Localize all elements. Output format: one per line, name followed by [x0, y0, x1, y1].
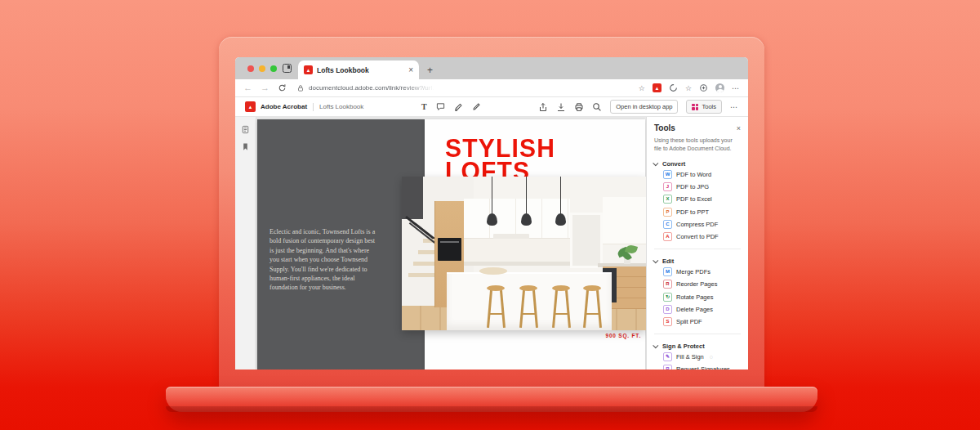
section-sign-protect[interactable]: Sign & Protect	[654, 341, 741, 351]
tool-item-reorder-pages[interactable]: RReorder Pages	[654, 278, 741, 290]
section-label: Edit	[662, 258, 674, 265]
browser-nav-bar: ← → documentcloud.adobe.com/link/review?…	[235, 79, 748, 97]
collections-icon[interactable]	[699, 83, 708, 92]
chevron-down-icon	[653, 343, 658, 348]
forward-icon[interactable]: →	[261, 83, 270, 92]
tools-button-label: Tools	[702, 103, 716, 110]
zoom-window-button[interactable]	[270, 65, 277, 72]
tools-grid-icon	[692, 104, 698, 110]
acrobat-more-icon[interactable]: ⋯	[730, 103, 738, 111]
browser-menu-icon[interactable]: ⋯	[732, 84, 740, 92]
divider	[313, 103, 314, 111]
open-desktop-button[interactable]: Open in desktop app	[610, 100, 678, 114]
document-title: Lofts Lookbook	[319, 103, 363, 110]
add-favorite-icon[interactable]: ☆	[639, 84, 645, 92]
divider	[654, 334, 741, 334]
tab-close-icon[interactable]: ×	[408, 65, 413, 74]
bar-stool	[583, 285, 601, 328]
close-icon[interactable]: ×	[737, 124, 741, 132]
lookbook-body-text: Eclectic and iconic, Townsend Lofts is a…	[270, 227, 379, 293]
reorder-pages-icon: R	[663, 280, 672, 289]
new-tab-button[interactable]: +	[427, 65, 433, 75]
extension-circle-icon[interactable]	[669, 83, 678, 92]
marketing-banner: ▲ Lofts Lookbook × + ← → documentcloud.a…	[0, 0, 980, 430]
counter-top	[459, 262, 573, 266]
favorites-bar-icon[interactable]: ☆	[685, 84, 692, 92]
bar-stool	[487, 285, 505, 328]
divider	[654, 249, 741, 249]
tool-item-rotate-pages[interactable]: ↻Rotate Pages	[654, 291, 741, 303]
highlighter-icon[interactable]	[454, 102, 463, 111]
browser-window: ▲ Lofts Lookbook × + ← → documentcloud.a…	[235, 57, 748, 370]
section-convert[interactable]: Convert	[654, 159, 741, 168]
section-label: Sign & Protect	[662, 343, 705, 350]
url-text: documentcloud.adobe.com/link/review?/url…	[309, 84, 439, 92]
fill-sign-badge-icon: ◌	[710, 354, 713, 360]
acrobat-toolbar: ▲ Adobe Acrobat Lofts Lookbook T	[235, 97, 748, 117]
browser-tab-bar: ▲ Lofts Lookbook × +	[235, 57, 748, 79]
tool-item-merge-pdfs[interactable]: MMerge PDFs	[654, 266, 741, 278]
lookbook-headline: STYLISH LOFTS	[445, 137, 555, 182]
tab-overview-icon[interactable]	[283, 64, 292, 73]
tool-item-pdf-to-word[interactable]: WPDF to Word	[654, 168, 741, 181]
acrobat-logo-icon: ▲	[245, 101, 256, 112]
tool-item-split-pdf[interactable]: SSplit PDF	[654, 316, 741, 328]
section-edit[interactable]: Edit	[654, 256, 741, 266]
viewer-left-rail	[235, 117, 256, 370]
tool-item-compress-pdf[interactable]: CCompress PDF	[654, 218, 741, 231]
laptop-screen: ▲ Lofts Lookbook × + ← → documentcloud.a…	[219, 37, 764, 391]
tool-item-convert-to-pdf[interactable]: AConvert to PDF	[654, 231, 741, 243]
tool-item-fill-sign[interactable]: ✎Fill & Sign◌	[654, 351, 741, 363]
bar-stool	[519, 285, 537, 328]
merge-pdfs-icon: M	[663, 267, 672, 276]
wall-oven	[438, 238, 461, 261]
tools-panel: Tools × Using these tools uploads your f…	[646, 117, 748, 370]
backsplash	[464, 239, 570, 262]
tool-item-request-signatures[interactable]: RRequest Signatures	[654, 363, 741, 370]
pdf-viewer: Eclectic and iconic, Townsend Lofts is a…	[235, 117, 748, 370]
page-thumbnails-icon[interactable]	[241, 125, 250, 134]
request-signatures-icon: R	[663, 365, 672, 370]
tools-panel-description: Using these tools uploads your file to A…	[654, 137, 739, 152]
comment-icon[interactable]	[436, 102, 445, 111]
search-icon[interactable]	[592, 102, 602, 112]
split-pdf-icon: S	[663, 317, 672, 326]
window-controls	[247, 65, 277, 72]
pdf-to-jpg-icon: J	[663, 182, 672, 191]
print-icon[interactable]	[574, 102, 584, 112]
browser-tab[interactable]: ▲ Lofts Lookbook ×	[298, 60, 419, 79]
tools-panel-title: Tools	[654, 123, 675, 132]
acrobat-brand: Adobe Acrobat	[261, 103, 307, 110]
kitchen-photo	[402, 177, 646, 330]
back-icon[interactable]: ←	[243, 83, 252, 92]
bar-stool	[552, 285, 570, 328]
tool-item-delete-pages[interactable]: DDelete Pages	[654, 303, 741, 316]
bowl	[479, 267, 507, 275]
profile-avatar[interactable]	[715, 83, 724, 92]
lock-icon	[296, 84, 305, 92]
document-actions: Open in desktop app Tools ⋯	[538, 100, 738, 114]
share-icon[interactable]	[538, 102, 548, 112]
pdf-page-left: Eclectic and iconic, Townsend Lofts is a…	[257, 119, 425, 370]
pen-icon[interactable]	[472, 102, 481, 111]
nav-right-icons: ☆ ▲ ☆ ⋯	[639, 83, 740, 92]
close-window-button[interactable]	[247, 65, 254, 72]
tool-item-pdf-to-excel[interactable]: XPDF to Excel	[654, 193, 741, 205]
section-label: Convert	[662, 160, 685, 168]
acrobat-favicon-icon: ▲	[304, 65, 313, 74]
refresh-icon[interactable]	[278, 83, 287, 92]
tool-item-pdf-to-jpg[interactable]: JPDF to JPG	[654, 181, 741, 193]
chevron-down-icon	[653, 258, 658, 263]
rotate-pages-icon: ↻	[663, 293, 672, 302]
add-text-icon[interactable]: T	[421, 102, 427, 111]
minimize-window-button[interactable]	[259, 65, 265, 72]
bookmark-icon[interactable]	[241, 142, 250, 151]
tool-item-pdf-to-ppt[interactable]: PPDF to PPT	[654, 206, 741, 218]
pantry-doorway	[570, 213, 603, 268]
download-icon[interactable]	[556, 102, 566, 112]
address-bar[interactable]: documentcloud.adobe.com/link/review?/url…	[293, 84, 639, 92]
convert-to-pdf-icon: A	[663, 232, 672, 241]
tools-button[interactable]: Tools	[686, 100, 722, 114]
acrobat-extension-icon[interactable]: ▲	[653, 83, 662, 92]
square-footage-label: 900 SQ. FT.	[606, 333, 641, 338]
